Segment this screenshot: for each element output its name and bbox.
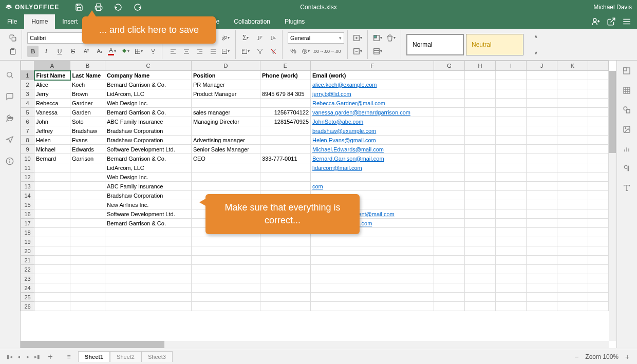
share-icon[interactable] (591, 16, 601, 27)
row-header[interactable]: 6 (21, 117, 34, 126)
cell[interactable] (70, 302, 105, 311)
cell[interactable] (527, 228, 557, 237)
styles-down-icon[interactable]: ∨ (530, 47, 541, 59)
cell[interactable] (70, 173, 105, 182)
decrease-decimal-icon[interactable]: .00→.0 (314, 46, 326, 57)
cell[interactable] (192, 163, 260, 173)
redo-icon[interactable] (133, 3, 142, 12)
comments-icon[interactable] (6, 92, 15, 102)
cell[interactable] (105, 283, 192, 293)
cell[interactable] (260, 163, 311, 173)
cell[interactable] (588, 200, 609, 209)
cell[interactable] (588, 219, 609, 228)
cell[interactable] (34, 246, 70, 256)
cell[interactable] (434, 108, 465, 117)
cell[interactable] (496, 145, 527, 154)
cell[interactable] (434, 283, 465, 293)
cell[interactable] (260, 182, 311, 191)
cell[interactable] (434, 71, 465, 80)
cell[interactable]: Garden (70, 108, 105, 117)
menu-file[interactable]: File (0, 14, 24, 29)
copy-icon[interactable] (7, 32, 18, 44)
cell[interactable] (70, 228, 105, 237)
cell[interactable] (311, 302, 434, 311)
cell[interactable] (588, 246, 609, 256)
row-header[interactable]: 24 (21, 283, 34, 293)
increase-decimal-icon[interactable]: .0→.00 (328, 46, 339, 57)
merge-cells-icon[interactable]: ▾ (221, 46, 232, 57)
cell[interactable] (496, 209, 527, 219)
cell[interactable] (496, 80, 527, 89)
cell[interactable]: Advertising manager (192, 136, 260, 145)
cell[interactable] (434, 126, 465, 136)
col-header-D[interactable]: D (192, 61, 260, 71)
cell[interactable] (192, 173, 260, 182)
cell[interactable]: Bernard Garrison & Co. (105, 80, 192, 89)
filter-icon[interactable] (254, 46, 266, 57)
styles-up-icon[interactable]: ∧ (530, 31, 541, 42)
cell[interactable] (496, 283, 527, 293)
cell[interactable]: JohnSoto@abc.com (311, 117, 434, 126)
cell[interactable] (434, 246, 465, 256)
cell[interactable] (588, 108, 609, 117)
cell[interactable]: Bradshaw Corporation (105, 136, 192, 145)
cell[interactable] (70, 256, 105, 265)
sum-icon[interactable]: Σ▾ (241, 32, 252, 44)
cell[interactable] (465, 163, 496, 173)
sheet-tab-sheet2[interactable]: Sheet2 (110, 351, 141, 362)
cell[interactable] (557, 228, 588, 237)
feedback-icon[interactable] (6, 136, 15, 145)
about-icon[interactable] (6, 157, 15, 166)
cell[interactable] (260, 173, 311, 182)
vertical-scrollbar[interactable] (609, 71, 616, 341)
cell[interactable] (465, 256, 496, 265)
cell[interactable] (34, 209, 70, 219)
cell[interactable] (465, 117, 496, 126)
cell[interactable] (434, 182, 465, 191)
cell[interactable] (557, 173, 588, 182)
cell[interactable] (34, 302, 70, 311)
cell[interactable] (557, 71, 588, 80)
cell[interactable]: Software Development Ltd. (105, 209, 192, 219)
cell[interactable] (34, 283, 70, 293)
clear-format-button[interactable] (147, 46, 159, 57)
cell[interactable] (527, 117, 557, 126)
cell[interactable]: Michael (34, 145, 70, 154)
cell[interactable] (557, 283, 588, 293)
cell[interactable] (496, 237, 527, 246)
cell[interactable] (527, 80, 557, 89)
row-header[interactable]: 11 (21, 163, 34, 173)
cell[interactable] (496, 154, 527, 163)
cell[interactable] (465, 200, 496, 209)
chart-settings-icon[interactable] (623, 145, 632, 154)
col-header-I[interactable]: I (496, 61, 527, 71)
row-header[interactable]: 20 (21, 246, 34, 256)
cell[interactable]: Rebecca.Gardner@mail.com (311, 99, 434, 108)
cell[interactable] (465, 89, 496, 99)
cell[interactable] (588, 136, 609, 145)
cell[interactable] (70, 293, 105, 302)
cell[interactable]: lidarcom@mail.com (311, 163, 434, 173)
cell[interactable] (557, 265, 588, 274)
percent-button[interactable]: % (288, 46, 299, 57)
cell[interactable] (557, 219, 588, 228)
cell[interactable]: Bradshaw Corporation (105, 191, 192, 200)
cell[interactable] (527, 145, 557, 154)
strikethrough-button[interactable]: S (67, 46, 79, 57)
cell[interactable]: Brown (70, 89, 105, 99)
paste-icon[interactable] (7, 46, 18, 57)
orientation-icon[interactable]: ab▾ (221, 32, 232, 44)
cell[interactable] (588, 191, 609, 200)
cell[interactable]: jerry.b@lid.com (311, 89, 434, 99)
cell[interactable] (311, 256, 434, 265)
cell[interactable] (588, 163, 609, 173)
cell[interactable] (588, 145, 609, 154)
cell[interactable]: Bernard Garrison & Co. (105, 154, 192, 163)
cell[interactable]: Bernard.Garrison@mail.com (311, 154, 434, 163)
cell[interactable] (557, 99, 588, 108)
cell[interactable] (434, 228, 465, 237)
cell[interactable] (311, 293, 434, 302)
image-settings-icon[interactable] (623, 125, 632, 135)
cell[interactable] (70, 182, 105, 191)
cell[interactable] (557, 145, 588, 154)
